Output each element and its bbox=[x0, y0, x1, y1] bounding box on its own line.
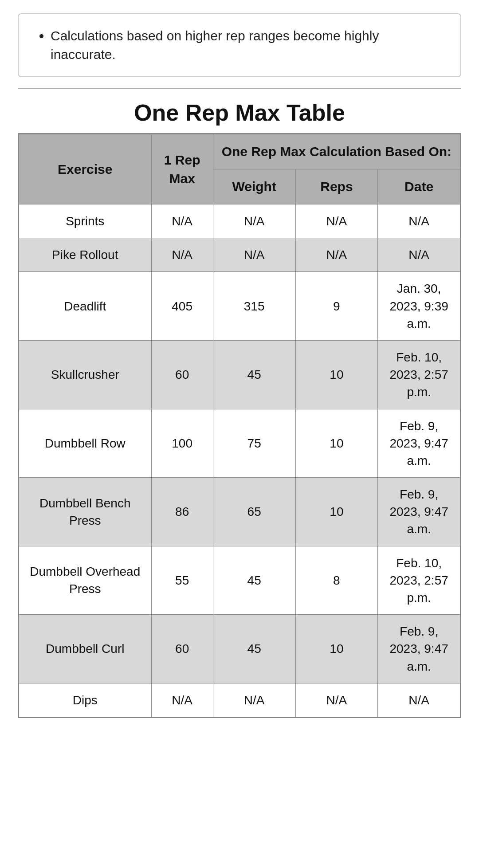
table-row: Pike RolloutN/AN/AN/AN/A bbox=[19, 238, 460, 272]
cell-exercise: Dumbbell Curl bbox=[19, 615, 152, 683]
table-row: Deadlift4053159Jan. 30, 2023, 9:39 a.m. bbox=[19, 272, 460, 341]
cell-reps: N/A bbox=[295, 238, 378, 272]
cell-1rm: 55 bbox=[151, 546, 213, 615]
cell-weight: 45 bbox=[213, 615, 295, 683]
cell-exercise: Dips bbox=[19, 683, 152, 717]
one-rep-max-table: Exercise 1 Rep Max One Rep Max Calculati… bbox=[18, 133, 461, 718]
cell-weight: 315 bbox=[213, 272, 295, 341]
table-row: Dumbbell Curl604510Feb. 9, 2023, 9:47 a.… bbox=[19, 615, 460, 683]
cell-date: Jan. 30, 2023, 9:39 a.m. bbox=[378, 272, 460, 341]
cell-reps: 10 bbox=[295, 615, 378, 683]
cell-1rm: 86 bbox=[151, 478, 213, 546]
cell-date: Feb. 9, 2023, 9:47 a.m. bbox=[378, 409, 460, 478]
cell-reps: 8 bbox=[295, 546, 378, 615]
cell-date: N/A bbox=[378, 683, 460, 717]
cell-date: Feb. 9, 2023, 9:47 a.m. bbox=[378, 478, 460, 546]
cell-date: N/A bbox=[378, 204, 460, 238]
cell-reps: N/A bbox=[295, 204, 378, 238]
cell-weight: N/A bbox=[213, 238, 295, 272]
cell-1rm: 405 bbox=[151, 272, 213, 341]
cell-reps: 10 bbox=[295, 478, 378, 546]
table-row: SprintsN/AN/AN/AN/A bbox=[19, 204, 460, 238]
cell-weight: 45 bbox=[213, 340, 295, 409]
cell-date: Feb. 10, 2023, 2:57 p.m. bbox=[378, 546, 460, 615]
cell-reps: N/A bbox=[295, 683, 378, 717]
header-1rm: 1 Rep Max bbox=[151, 134, 213, 204]
cell-reps: 10 bbox=[295, 409, 378, 478]
table-row: Dumbbell Row1007510Feb. 9, 2023, 9:47 a.… bbox=[19, 409, 460, 478]
cell-1rm: 60 bbox=[151, 340, 213, 409]
header-weight: Weight bbox=[213, 169, 295, 204]
header-calculation-group: One Rep Max Calculation Based On: bbox=[213, 134, 460, 169]
cell-exercise: Deadlift bbox=[19, 272, 152, 341]
cell-1rm: N/A bbox=[151, 238, 213, 272]
cell-exercise: Dumbbell Row bbox=[19, 409, 152, 478]
header-date: Date bbox=[378, 169, 460, 204]
cell-exercise: Sprints bbox=[19, 204, 152, 238]
cell-weight: 45 bbox=[213, 546, 295, 615]
cell-exercise: Skullcrusher bbox=[19, 340, 152, 409]
cell-1rm: N/A bbox=[151, 204, 213, 238]
note-list: Calculations based on higher rep ranges … bbox=[35, 27, 444, 64]
cell-1rm: N/A bbox=[151, 683, 213, 717]
note-item-1: Calculations based on higher rep ranges … bbox=[51, 27, 444, 64]
table-row: Dumbbell Overhead Press55458Feb. 10, 202… bbox=[19, 546, 460, 615]
table-title: One Rep Max Table bbox=[0, 99, 479, 126]
cell-weight: N/A bbox=[213, 683, 295, 717]
cell-reps: 10 bbox=[295, 340, 378, 409]
cell-weight: N/A bbox=[213, 204, 295, 238]
cell-reps: 9 bbox=[295, 272, 378, 341]
cell-weight: 75 bbox=[213, 409, 295, 478]
cell-date: Feb. 9, 2023, 9:47 a.m. bbox=[378, 615, 460, 683]
cell-1rm: 60 bbox=[151, 615, 213, 683]
header-exercise: Exercise bbox=[19, 134, 152, 204]
cell-exercise: Dumbbell Overhead Press bbox=[19, 546, 152, 615]
top-note: Calculations based on higher rep ranges … bbox=[18, 13, 461, 77]
cell-date: N/A bbox=[378, 238, 460, 272]
cell-1rm: 100 bbox=[151, 409, 213, 478]
table-row: DipsN/AN/AN/AN/A bbox=[19, 683, 460, 717]
cell-date: Feb. 10, 2023, 2:57 p.m. bbox=[378, 340, 460, 409]
section-divider bbox=[18, 88, 461, 89]
cell-exercise: Dumbbell Bench Press bbox=[19, 478, 152, 546]
cell-exercise: Pike Rollout bbox=[19, 238, 152, 272]
table-row: Dumbbell Bench Press866510Feb. 9, 2023, … bbox=[19, 478, 460, 546]
cell-weight: 65 bbox=[213, 478, 295, 546]
table-row: Skullcrusher604510Feb. 10, 2023, 2:57 p.… bbox=[19, 340, 460, 409]
header-reps: Reps bbox=[295, 169, 378, 204]
